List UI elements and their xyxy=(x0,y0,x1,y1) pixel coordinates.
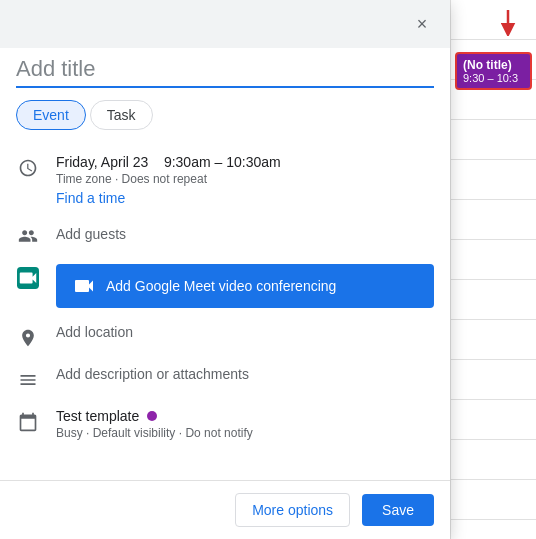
clock-icon xyxy=(16,156,40,180)
template-content: Test template Busy · Default visibility … xyxy=(56,408,434,440)
tab-task[interactable]: Task xyxy=(90,100,153,130)
grid-line xyxy=(451,200,536,240)
template-name: Test template xyxy=(56,408,434,424)
title-input[interactable] xyxy=(16,48,434,88)
meet-content: Add Google Meet video conferencing xyxy=(56,264,434,308)
more-options-button[interactable]: More options xyxy=(235,493,350,527)
grid-line xyxy=(451,160,536,200)
datetime-content: Friday, April 23 9:30am – 10:30am Time z… xyxy=(56,154,434,206)
grid-line xyxy=(451,320,536,360)
dialog-header: × xyxy=(0,0,450,48)
event-chip-title: (No title) xyxy=(463,58,524,72)
grid-line xyxy=(451,360,536,400)
add-location-text: Add location xyxy=(56,324,434,340)
event-chip-time: 9:30 – 10:3 xyxy=(463,72,524,84)
calendar-icon xyxy=(16,410,40,434)
event-chip: (No title) 9:30 – 10:3 xyxy=(455,52,532,90)
template-status: Busy · Default visibility · Do not notif… xyxy=(56,426,434,440)
close-button[interactable]: × xyxy=(406,8,438,40)
add-guests-text: Add guests xyxy=(56,222,434,246)
grid-line xyxy=(451,440,536,480)
grid-line xyxy=(451,240,536,280)
template-row: Test template Busy · Default visibility … xyxy=(16,400,434,448)
meet-icon-container xyxy=(16,266,40,290)
location-row: Add location xyxy=(16,316,434,358)
tab-event[interactable]: Event xyxy=(16,100,86,130)
event-dialog: × Event Task Friday, April 23 xyxy=(0,0,450,539)
timezone-text: Time zone · Does not repeat xyxy=(56,172,434,186)
meet-row: Add Google Meet video conferencing xyxy=(16,256,434,316)
guests-content[interactable]: Add guests xyxy=(56,222,434,246)
purple-dot xyxy=(147,411,157,421)
grid-line xyxy=(451,280,536,320)
save-button[interactable]: Save xyxy=(362,494,434,526)
grid-line xyxy=(451,120,536,160)
datetime-row: Friday, April 23 9:30am – 10:30am Time z… xyxy=(16,146,434,214)
description-row: Add description or attachments xyxy=(16,358,434,400)
grid-line xyxy=(451,480,536,520)
arrow-indicator xyxy=(494,8,522,36)
guests-row: Add guests xyxy=(16,214,434,256)
calendar-panel: (No title) 9:30 – 10:3 xyxy=(450,0,536,539)
location-content[interactable]: Add location xyxy=(56,324,434,340)
description-content[interactable]: Add description or attachments xyxy=(56,366,434,382)
datetime-text: Friday, April 23 9:30am – 10:30am xyxy=(56,154,434,170)
find-time-link[interactable]: Find a time xyxy=(56,190,434,206)
grid-line xyxy=(451,400,536,440)
dialog-body: Event Task Friday, April 23 9:30am – 10:… xyxy=(0,48,450,480)
add-meet-button[interactable]: Add Google Meet video conferencing xyxy=(56,264,434,308)
location-icon xyxy=(16,326,40,350)
add-description-text: Add description or attachments xyxy=(56,366,434,382)
dialog-footer: More options Save xyxy=(0,480,450,539)
tabs-row: Event Task xyxy=(16,100,434,130)
guests-icon xyxy=(16,224,40,248)
description-icon xyxy=(16,368,40,392)
